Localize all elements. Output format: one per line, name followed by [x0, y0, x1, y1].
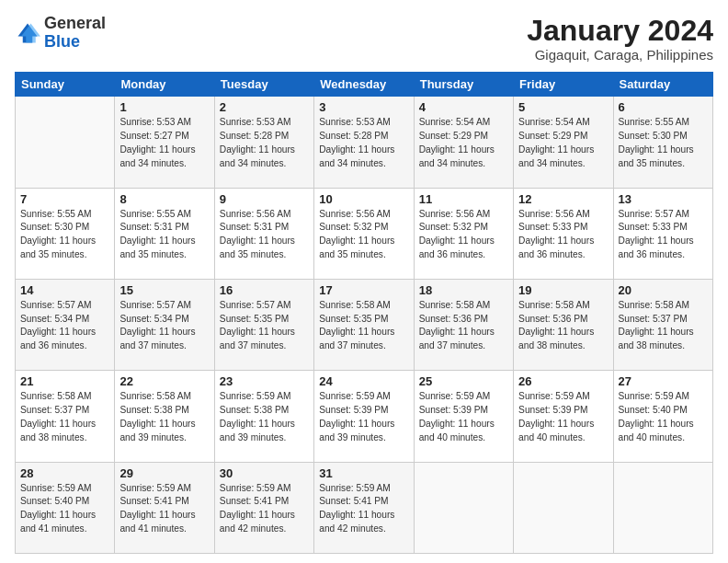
calendar-cell: 28Sunrise: 5:59 AMSunset: 5:40 PMDayligh… [16, 462, 115, 553]
calendar-cell: 10Sunrise: 5:56 AMSunset: 5:32 PMDayligh… [314, 188, 414, 279]
calendar-cell [613, 462, 712, 553]
logo: General Blue [15, 15, 106, 52]
header: General Blue January 2024 Gigaquit, Cara… [15, 15, 713, 63]
main-title: January 2024 [527, 15, 713, 47]
day-number: 4 [419, 100, 508, 114]
day-number: 2 [220, 100, 309, 114]
day-info: Sunrise: 5:59 AMSunset: 5:38 PMDaylight:… [220, 390, 309, 444]
day-info: Sunrise: 5:59 AMSunset: 5:41 PMDaylight:… [319, 482, 408, 536]
calendar-cell: 26Sunrise: 5:59 AMSunset: 5:39 PMDayligh… [514, 371, 613, 462]
calendar-cell [16, 97, 115, 188]
day-info: Sunrise: 5:58 AMSunset: 5:37 PMDaylight:… [619, 299, 708, 353]
week-row-5: 28Sunrise: 5:59 AMSunset: 5:40 PMDayligh… [16, 462, 713, 553]
weekday-header-thursday: Thursday [414, 73, 513, 97]
day-info: Sunrise: 5:58 AMSunset: 5:35 PMDaylight:… [319, 299, 408, 353]
week-row-3: 14Sunrise: 5:57 AMSunset: 5:34 PMDayligh… [16, 279, 713, 370]
weekday-header-monday: Monday [115, 73, 214, 97]
weekday-header-row: SundayMondayTuesdayWednesdayThursdayFrid… [16, 73, 713, 97]
calendar-cell: 3Sunrise: 5:53 AMSunset: 5:28 PMDaylight… [314, 97, 414, 188]
calendar-cell: 4Sunrise: 5:54 AMSunset: 5:29 PMDaylight… [414, 97, 513, 188]
day-number: 16 [220, 283, 309, 297]
calendar-cell [414, 462, 513, 553]
day-number: 17 [319, 283, 408, 297]
day-number: 11 [419, 192, 508, 206]
day-number: 21 [20, 374, 109, 388]
day-info: Sunrise: 5:54 AMSunset: 5:29 PMDaylight:… [518, 116, 608, 170]
calendar-cell: 1Sunrise: 5:53 AMSunset: 5:27 PMDaylight… [115, 97, 214, 188]
day-info: Sunrise: 5:59 AMSunset: 5:40 PMDaylight:… [20, 482, 109, 536]
day-number: 24 [319, 374, 408, 388]
calendar-cell: 13Sunrise: 5:57 AMSunset: 5:33 PMDayligh… [613, 188, 712, 279]
logo-general-text: General [44, 14, 106, 32]
calendar-cell: 21Sunrise: 5:58 AMSunset: 5:37 PMDayligh… [16, 371, 115, 462]
calendar-cell: 27Sunrise: 5:59 AMSunset: 5:40 PMDayligh… [613, 371, 712, 462]
day-info: Sunrise: 5:56 AMSunset: 5:33 PMDaylight:… [518, 208, 608, 262]
calendar-cell: 8Sunrise: 5:55 AMSunset: 5:31 PMDaylight… [115, 188, 214, 279]
calendar-table: SundayMondayTuesdayWednesdayThursdayFrid… [15, 72, 713, 554]
day-number: 28 [20, 466, 109, 480]
week-row-1: 1Sunrise: 5:53 AMSunset: 5:27 PMDaylight… [16, 97, 713, 188]
day-info: Sunrise: 5:56 AMSunset: 5:32 PMDaylight:… [419, 208, 508, 262]
day-number: 5 [518, 100, 608, 114]
day-number: 20 [619, 283, 708, 297]
calendar-cell: 14Sunrise: 5:57 AMSunset: 5:34 PMDayligh… [16, 279, 115, 370]
day-number: 1 [119, 100, 209, 114]
calendar-cell: 23Sunrise: 5:59 AMSunset: 5:38 PMDayligh… [214, 371, 313, 462]
day-number: 7 [20, 192, 109, 206]
day-info: Sunrise: 5:53 AMSunset: 5:28 PMDaylight:… [220, 116, 309, 170]
weekday-header-tuesday: Tuesday [214, 73, 313, 97]
day-info: Sunrise: 5:57 AMSunset: 5:35 PMDaylight:… [220, 299, 309, 353]
weekday-header-friday: Friday [514, 73, 613, 97]
day-info: Sunrise: 5:59 AMSunset: 5:39 PMDaylight:… [518, 390, 608, 444]
calendar-cell: 12Sunrise: 5:56 AMSunset: 5:33 PMDayligh… [514, 188, 613, 279]
calendar-cell: 5Sunrise: 5:54 AMSunset: 5:29 PMDaylight… [514, 97, 613, 188]
calendar-cell: 29Sunrise: 5:59 AMSunset: 5:41 PMDayligh… [115, 462, 214, 553]
day-number: 3 [319, 100, 408, 114]
day-info: Sunrise: 5:58 AMSunset: 5:37 PMDaylight:… [20, 390, 109, 444]
day-number: 22 [119, 374, 209, 388]
day-info: Sunrise: 5:58 AMSunset: 5:36 PMDaylight:… [419, 299, 508, 353]
day-number: 10 [319, 192, 408, 206]
day-number: 25 [419, 374, 508, 388]
day-number: 29 [119, 466, 209, 480]
day-number: 26 [518, 374, 608, 388]
calendar-cell: 22Sunrise: 5:58 AMSunset: 5:38 PMDayligh… [115, 371, 214, 462]
day-info: Sunrise: 5:56 AMSunset: 5:31 PMDaylight:… [220, 208, 309, 262]
day-info: Sunrise: 5:55 AMSunset: 5:30 PMDaylight:… [20, 208, 109, 262]
day-info: Sunrise: 5:55 AMSunset: 5:30 PMDaylight:… [619, 116, 708, 170]
day-info: Sunrise: 5:56 AMSunset: 5:32 PMDaylight:… [319, 208, 408, 262]
page: General Blue January 2024 Gigaquit, Cara… [0, 0, 728, 563]
calendar-cell: 16Sunrise: 5:57 AMSunset: 5:35 PMDayligh… [214, 279, 313, 370]
week-row-4: 21Sunrise: 5:58 AMSunset: 5:37 PMDayligh… [16, 371, 713, 462]
day-number: 13 [619, 192, 708, 206]
day-info: Sunrise: 5:57 AMSunset: 5:34 PMDaylight:… [20, 299, 109, 353]
day-number: 12 [518, 192, 608, 206]
calendar-cell: 24Sunrise: 5:59 AMSunset: 5:39 PMDayligh… [314, 371, 414, 462]
day-info: Sunrise: 5:57 AMSunset: 5:33 PMDaylight:… [619, 208, 708, 262]
weekday-header-sunday: Sunday [16, 73, 115, 97]
day-info: Sunrise: 5:55 AMSunset: 5:31 PMDaylight:… [119, 208, 209, 262]
day-number: 15 [119, 283, 209, 297]
day-info: Sunrise: 5:58 AMSunset: 5:36 PMDaylight:… [518, 299, 608, 353]
day-info: Sunrise: 5:59 AMSunset: 5:40 PMDaylight:… [619, 390, 708, 444]
calendar-cell: 7Sunrise: 5:55 AMSunset: 5:30 PMDaylight… [16, 188, 115, 279]
calendar-cell: 25Sunrise: 5:59 AMSunset: 5:39 PMDayligh… [414, 371, 513, 462]
day-info: Sunrise: 5:54 AMSunset: 5:29 PMDaylight:… [419, 116, 508, 170]
calendar-cell: 30Sunrise: 5:59 AMSunset: 5:41 PMDayligh… [214, 462, 313, 553]
day-number: 8 [119, 192, 209, 206]
day-info: Sunrise: 5:59 AMSunset: 5:39 PMDaylight:… [419, 390, 508, 444]
calendar-cell: 11Sunrise: 5:56 AMSunset: 5:32 PMDayligh… [414, 188, 513, 279]
day-info: Sunrise: 5:59 AMSunset: 5:41 PMDaylight:… [119, 482, 209, 536]
calendar-cell: 17Sunrise: 5:58 AMSunset: 5:35 PMDayligh… [314, 279, 414, 370]
day-info: Sunrise: 5:59 AMSunset: 5:39 PMDaylight:… [319, 390, 408, 444]
day-number: 31 [319, 466, 408, 480]
week-row-2: 7Sunrise: 5:55 AMSunset: 5:30 PMDaylight… [16, 188, 713, 279]
day-info: Sunrise: 5:59 AMSunset: 5:41 PMDaylight:… [220, 482, 309, 536]
subtitle: Gigaquit, Caraga, Philippines [527, 47, 713, 63]
day-info: Sunrise: 5:53 AMSunset: 5:28 PMDaylight:… [319, 116, 408, 170]
day-number: 19 [518, 283, 608, 297]
day-info: Sunrise: 5:58 AMSunset: 5:38 PMDaylight:… [119, 390, 209, 444]
calendar-cell [514, 462, 613, 553]
calendar-cell: 18Sunrise: 5:58 AMSunset: 5:36 PMDayligh… [414, 279, 513, 370]
logo-blue-text: Blue [44, 32, 80, 51]
